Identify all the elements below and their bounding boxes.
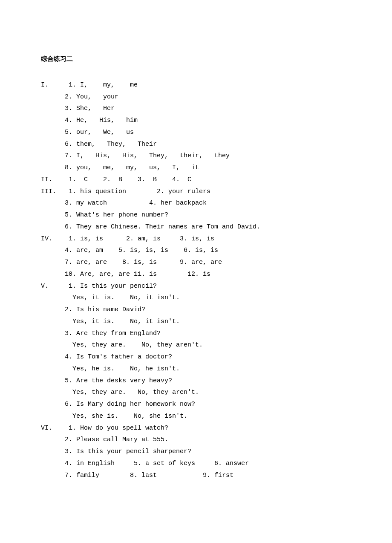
- answer-line: 2. You, your: [41, 91, 351, 103]
- section-label: VI.: [41, 422, 65, 434]
- answer-line: III. 1. his question 2. your rulers: [41, 186, 351, 198]
- answer-text: 2. Please call Mary at 555.: [65, 434, 168, 446]
- answer-text: 1. his question 2. your rulers: [65, 186, 210, 198]
- answer-line: 7. are, are 8. is, is 9. are, are: [41, 257, 351, 269]
- answer-line: 4. He, His, him: [41, 115, 351, 127]
- section-label: I.: [41, 79, 65, 91]
- section-label: IV.: [41, 233, 65, 245]
- answer-text: 1. is, is 2. am, is 3. is, is: [65, 233, 214, 245]
- answer-line: 8. you, me, my, us, I, it: [41, 162, 351, 174]
- section-label: III.: [41, 186, 65, 198]
- answer-text: 2. You, your: [65, 91, 118, 103]
- section-label: V.: [41, 280, 65, 292]
- answer-text: 5. Are the desks very heavy?: [65, 375, 172, 387]
- answer-line: IV. 1. is, is 2. am, is 3. is, is: [41, 233, 351, 245]
- answer-line: Yes, it is. No, it isn't.: [41, 292, 351, 304]
- answer-line: V. 1. Is this your pencil?: [41, 280, 351, 292]
- answer-line: 3. She, Her: [41, 103, 351, 115]
- answer-line: 3. my watch 4. her backpack: [41, 197, 351, 209]
- answer-text: 4. are, am 5. is, is, is 6. is, is: [65, 245, 218, 257]
- answer-text: 8. you, me, my, us, I, it: [65, 162, 199, 174]
- answer-text: 6. They are Chinese. Their names are Tom…: [65, 221, 260, 233]
- answer-line: 7. family 8. last 9. first: [41, 470, 351, 482]
- answer-key-body: I. 1. I, my, me2. You, your3. She, Her4.…: [41, 79, 351, 482]
- answer-line: 3. Are they from England?: [41, 328, 351, 340]
- answer-line: 5. Are the desks very heavy?: [41, 375, 351, 387]
- answer-line: 5. What's her phone number?: [41, 209, 351, 221]
- answer-text: 3. my watch 4. her backpack: [65, 197, 207, 209]
- answer-text: 6. Is Mary doing her homework now?: [65, 399, 195, 410]
- answer-line: Yes, they are. No, they aren't.: [41, 387, 351, 399]
- answer-line: VI. 1. How do you spell watch?: [41, 422, 351, 434]
- answer-text: 7. are, are 8. is, is 9. are, are: [65, 257, 222, 269]
- answer-text: 1. I, my, me: [65, 79, 138, 91]
- answer-line: 7. I, His, His, They, their, they: [41, 150, 351, 162]
- answer-text: 5. What's her phone number?: [65, 209, 168, 221]
- answer-text: 1. How do you spell watch?: [65, 422, 168, 434]
- answer-text: 3. Are they from England?: [65, 328, 161, 340]
- answer-text: 5. our, We, us: [65, 127, 134, 139]
- answer-line: Yes, he is. No, he isn't.: [41, 363, 351, 375]
- page-title: 综合练习二: [41, 53, 351, 65]
- answer-line: 6. Is Mary doing her homework now?: [41, 399, 351, 410]
- answer-line: II. 1. C 2. B 3. B 4. C: [41, 174, 351, 186]
- answer-text: Yes, he is. No, he isn't.: [65, 363, 180, 375]
- answer-text: Yes, they are. No, they aren't.: [65, 339, 203, 351]
- answer-line: 3. Is this your pencil sharpener?: [41, 446, 351, 458]
- answer-line: 4. are, am 5. is, is, is 6. is, is: [41, 245, 351, 257]
- answer-text: Yes, it is. No, it isn't.: [65, 292, 180, 304]
- answer-line: 6. them, They, Their: [41, 139, 351, 150]
- answer-text: 3. Is this your pencil sharpener?: [65, 446, 191, 458]
- answer-text: 7. I, His, His, They, their, they: [65, 150, 230, 162]
- answer-line: 4. in English 5. a set of keys 6. answer: [41, 458, 351, 470]
- section-label: II.: [41, 174, 65, 186]
- answer-line: Yes, it is. No, it isn't.: [41, 316, 351, 328]
- answer-text: Yes, she is. No, she isn't.: [65, 410, 187, 422]
- answer-text: Yes, it is. No, it isn't.: [65, 316, 180, 328]
- answer-text: 7. family 8. last 9. first: [65, 470, 233, 482]
- answer-text: 1. Is this your pencil?: [65, 280, 157, 292]
- answer-line: 5. our, We, us: [41, 127, 351, 139]
- answer-text: 4. in English 5. a set of keys 6. answer: [65, 458, 249, 470]
- answer-text: 1. C 2. B 3. B 4. C: [65, 174, 191, 186]
- answer-line: Yes, she is. No, she isn't.: [41, 410, 351, 422]
- document-page: 综合练习二 I. 1. I, my, me2. You, your3. She,…: [0, 0, 392, 543]
- answer-line: 2. Is his name David?: [41, 304, 351, 316]
- answer-text: 6. them, They, Their: [65, 139, 157, 150]
- answer-text: 4. He, His, him: [65, 115, 138, 127]
- answer-text: 4. Is Tom's father a doctor?: [65, 351, 172, 363]
- answer-line: 2. Please call Mary at 555.: [41, 434, 351, 446]
- answer-text: Yes, they are. No, they aren't.: [65, 387, 199, 399]
- answer-line: 6. They are Chinese. Their names are Tom…: [41, 221, 351, 233]
- answer-text: 3. She, Her: [65, 103, 115, 115]
- answer-line: 4. Is Tom's father a doctor?: [41, 351, 351, 363]
- answer-line: I. 1. I, my, me: [41, 79, 351, 91]
- answer-text: 10. Are, are, are 11. is 12. is: [65, 269, 210, 280]
- answer-text: 2. Is his name David?: [65, 304, 145, 316]
- answer-line: Yes, they are. No, they aren't.: [41, 339, 351, 351]
- answer-line: 10. Are, are, are 11. is 12. is: [41, 269, 351, 280]
